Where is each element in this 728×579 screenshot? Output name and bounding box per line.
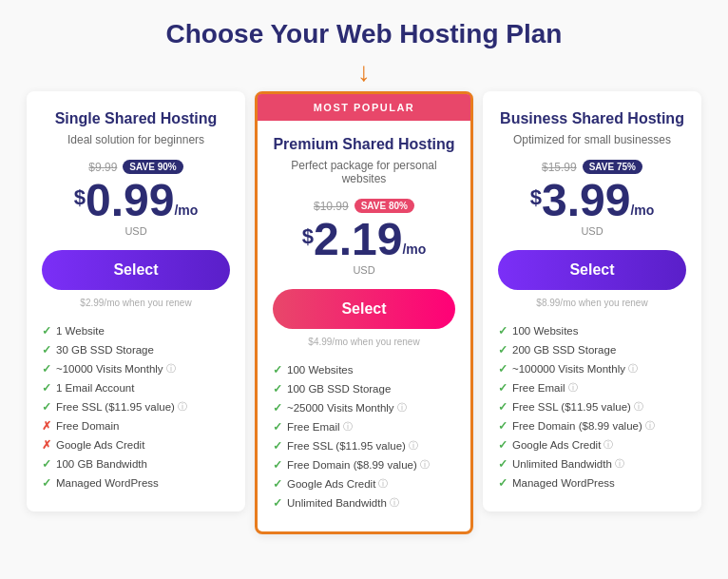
feature-text: Free Domain ($8.99 value) ⓘ <box>512 419 655 433</box>
check-icon: ✓ <box>498 419 508 433</box>
feature-text: 200 GB SSD Storage <box>512 344 616 356</box>
features-list: ✓1 Website✓30 GB SSD Storage✓~10000 Visi… <box>42 321 230 492</box>
feature-item: ✓Managed WordPress <box>42 473 230 492</box>
price-mo: /mo <box>402 241 426 257</box>
feature-text: 1 Email Account <box>56 382 134 394</box>
feature-item: ✗Google Ads Credit <box>42 435 230 454</box>
feature-item: ✓1 Website <box>42 321 230 340</box>
info-icon[interactable]: ⓘ <box>420 458 430 472</box>
feature-text: Unlimited Bandwidth ⓘ <box>287 496 399 510</box>
check-icon: ✓ <box>273 420 282 434</box>
feature-item: ✓100 GB SSD Storage <box>273 379 455 398</box>
check-icon: ✓ <box>273 496 282 510</box>
pricing-row: $10.99 SAVE 80% <box>273 199 455 213</box>
feature-item: ✓200 GB SSD Storage <box>498 340 686 359</box>
price-number: 2.19 <box>314 217 402 262</box>
check-icon: ✓ <box>42 457 51 471</box>
plan-card-single: Single Shared Hosting Ideal solution for… <box>27 91 245 511</box>
check-icon: ✓ <box>498 343 508 357</box>
check-icon: ✓ <box>273 439 282 453</box>
feature-item: ✓100 Websites <box>498 321 686 340</box>
feature-item: ✓Free Email ⓘ <box>273 417 455 436</box>
check-icon: ✓ <box>498 457 508 471</box>
feature-text: ~10000 Visits Monthly ⓘ <box>56 362 176 376</box>
arrow-down-icon: ↓ <box>357 59 371 86</box>
features-list: ✓100 Websites✓200 GB SSD Storage✓~100000… <box>498 321 686 492</box>
check-icon: ✓ <box>498 438 508 452</box>
check-icon: ✓ <box>42 324 51 338</box>
feature-item: ✓Free Email ⓘ <box>498 378 686 397</box>
feature-item: ✓100 GB Bandwidth <box>42 454 230 473</box>
pricing-row: $9.99 SAVE 90% <box>42 160 230 174</box>
feature-item: ✓Free Domain ($8.99 value) ⓘ <box>273 455 455 474</box>
plans-container: Single Shared Hosting Ideal solution for… <box>19 91 709 534</box>
popular-badge: MOST POPULAR <box>258 94 470 121</box>
info-icon[interactable]: ⓘ <box>178 400 187 414</box>
info-icon[interactable]: ⓘ <box>615 457 624 471</box>
feature-text: Free SSL ($11.95 value) ⓘ <box>56 400 187 414</box>
check-icon: ✓ <box>273 382 282 396</box>
price-main: $ 3.99 /mo <box>498 178 686 223</box>
plan-name: Business Shared Hosting <box>498 110 686 127</box>
plan-desc: Ideal solution for beginners <box>42 133 230 146</box>
plan-name: Single Shared Hosting <box>42 110 230 127</box>
select-button-single[interactable]: Select <box>42 250 230 290</box>
feature-text: Google Ads Credit ⓘ <box>512 438 613 452</box>
info-icon[interactable]: ⓘ <box>166 362 176 376</box>
plan-name: Premium Shared Hosting <box>273 136 455 153</box>
info-icon[interactable]: ⓘ <box>409 439 418 453</box>
check-icon: ✓ <box>273 401 282 415</box>
feature-item: ✓1 Email Account <box>42 378 230 397</box>
check-icon: ✓ <box>273 363 282 376</box>
renew-note: $4.99/mo when you renew <box>273 337 455 347</box>
renew-note: $8.99/mo when you renew <box>498 298 686 308</box>
original-price: $15.99 <box>542 161 577 174</box>
feature-text: 100 GB Bandwidth <box>56 458 147 470</box>
price-number: 0.99 <box>86 178 174 223</box>
save-badge: SAVE 80% <box>354 199 414 213</box>
price-dollar: $ <box>530 185 542 210</box>
info-icon[interactable]: ⓘ <box>378 477 388 491</box>
info-icon[interactable]: ⓘ <box>634 400 643 414</box>
cross-icon: ✗ <box>42 438 51 452</box>
check-icon: ✓ <box>42 362 51 376</box>
feature-item: ✗Free Domain <box>42 416 230 435</box>
page-title: Choose Your Web Hosting Plan <box>166 19 563 49</box>
select-button-premium[interactable]: Select <box>273 289 455 329</box>
price-mo: /mo <box>174 203 198 218</box>
select-button-business[interactable]: Select <box>498 250 686 290</box>
feature-item: ✓~25000 Visits Monthly ⓘ <box>273 398 455 417</box>
check-icon: ✓ <box>498 362 508 376</box>
info-icon[interactable]: ⓘ <box>603 438 613 452</box>
check-icon: ✓ <box>498 381 508 395</box>
feature-item: ✓Free Domain ($8.99 value) ⓘ <box>498 416 686 435</box>
feature-text: Google Ads Credit <box>56 439 144 451</box>
plan-card-business: Business Shared Hosting Optimized for sm… <box>483 91 701 511</box>
price-dollar: $ <box>302 224 314 249</box>
info-icon[interactable]: ⓘ <box>628 362 638 376</box>
check-icon: ✓ <box>42 381 51 395</box>
cross-icon: ✗ <box>42 419 51 433</box>
feature-text: Unlimited Bandwidth ⓘ <box>512 457 624 471</box>
feature-text: 1 Website <box>56 325 105 337</box>
check-icon: ✓ <box>273 458 282 472</box>
feature-item: ✓Managed WordPress <box>498 473 686 492</box>
features-list: ✓100 Websites✓100 GB SSD Storage✓~25000 … <box>273 360 455 512</box>
info-icon[interactable]: ⓘ <box>343 420 353 434</box>
feature-text: Free SSL ($11.95 value) ⓘ <box>512 400 643 414</box>
feature-text: Free Domain <box>56 420 119 432</box>
info-icon[interactable]: ⓘ <box>568 381 578 395</box>
arrow-indicator: ↓ <box>357 59 371 86</box>
feature-text: 100 Websites <box>287 364 353 376</box>
feature-text: Google Ads Credit ⓘ <box>287 477 388 491</box>
feature-item: ✓Free SSL ($11.95 value) ⓘ <box>273 436 455 455</box>
info-icon[interactable]: ⓘ <box>390 496 399 510</box>
save-badge: SAVE 75% <box>583 160 642 174</box>
price-dollar: $ <box>74 185 86 210</box>
info-icon[interactable]: ⓘ <box>397 401 407 415</box>
feature-text: Managed WordPress <box>56 477 159 489</box>
feature-item: ✓Free SSL ($11.95 value) ⓘ <box>498 397 686 416</box>
feature-item: ✓~10000 Visits Monthly ⓘ <box>42 359 230 378</box>
info-icon[interactable]: ⓘ <box>645 419 655 433</box>
price-usd: USD <box>42 225 230 237</box>
